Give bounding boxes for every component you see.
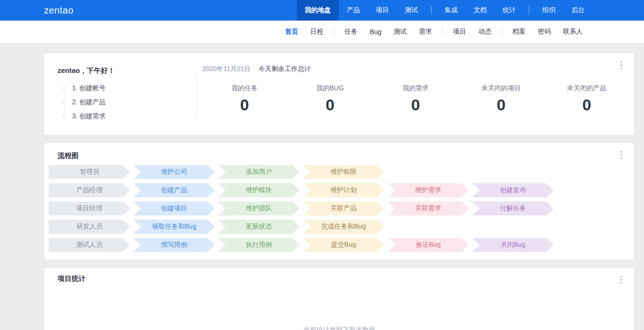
stat-my-stories[interactable]: 我的需求 0 [373, 84, 459, 113]
flow-row-tester: 测试人员 撰写用例 执行用例 提交Bug 验证Bug 关闭Bug [49, 238, 634, 252]
stat-value: 0 [373, 97, 459, 113]
date-row: 2020年11月21日 今天剩余工作总计 [202, 65, 629, 73]
nav-item-admin[interactable]: 后台 [564, 0, 593, 21]
subnav-item-test[interactable]: 测试 [388, 28, 413, 36]
subnav-item-home[interactable]: 首页 [279, 28, 304, 36]
subnav-item-bug[interactable]: Bug [364, 28, 388, 36]
stat-open-products[interactable]: 未关闭的产品 0 [544, 84, 629, 113]
stat-label: 我的任务 [202, 84, 287, 93]
flow-step[interactable]: 添加用户 [218, 165, 300, 179]
step-circle-icon [62, 115, 66, 119]
subnav-item-file[interactable]: 档案 [506, 28, 532, 36]
flow-step[interactable]: 执行用例 [218, 238, 300, 252]
subnav-item-contacts[interactable]: 联系人 [557, 28, 589, 36]
nav-item-project[interactable]: 项目 [368, 0, 397, 21]
card-menu-button[interactable] [620, 150, 623, 160]
subnav-divider [502, 28, 502, 36]
stat-value: 0 [202, 97, 287, 113]
stats-row: 我的任务 0 我的BUG 0 我的需求 0 未关闭的项目 0 未关闭的产品 0 [202, 84, 629, 113]
flow-step[interactable]: 领取任务和Bug [133, 220, 215, 234]
flow-step[interactable]: 关闭Bug [472, 238, 554, 252]
flowchart-card: 流程图 管理员 维护公司 添加用户 维护权限 产品经理 创建产品 维护模块 维护… [44, 143, 634, 260]
flow-step[interactable]: 创建项目 [133, 201, 215, 215]
subnav-item-task[interactable]: 任务 [338, 28, 364, 36]
nav-item-doc[interactable]: 文档 [466, 0, 495, 21]
step-circle-icon [62, 100, 66, 105]
stat-my-tasks[interactable]: 我的任务 0 [202, 84, 287, 113]
step-label: 1. 创建帐号 [72, 84, 106, 93]
flow-step[interactable]: 分解任务 [472, 201, 554, 215]
flow-step[interactable]: 关联产品 [303, 201, 384, 215]
nav-divider [431, 6, 432, 14]
flow-step[interactable]: 维护公司 [133, 165, 215, 179]
onboarding-steps: 1. 创建帐号 2. 创建产品 3. 创建需求 [58, 81, 197, 123]
step-create-product[interactable]: 2. 创建产品 [62, 95, 197, 109]
welcome-right-panel: 2020年11月21日 今天剩余工作总计 我的任务 0 我的BUG 0 我的需求… [197, 53, 634, 135]
stat-value: 0 [544, 97, 629, 113]
flow-step[interactable]: 研发人员 [49, 220, 130, 234]
stat-value: 0 [458, 97, 544, 113]
card-menu-button[interactable] [620, 60, 623, 70]
stat-my-bugs[interactable]: 我的BUG 0 [287, 84, 373, 113]
flow-step[interactable]: 验证Bug [388, 238, 469, 252]
subnav-divider [334, 28, 334, 36]
subnav-item-calendar[interactable]: 日程 [304, 28, 329, 36]
flow-step[interactable]: 维护团队 [218, 201, 300, 215]
nav-item-org[interactable]: 组织 [534, 0, 564, 21]
stat-label: 未关闭的产品 [544, 84, 629, 93]
nav-item-qa[interactable]: 测试 [397, 0, 426, 21]
subnav-item-story[interactable]: 需求 [413, 28, 438, 36]
top-nav-menu: 我的地盘 产品 项目 测试 集成 文档 统计 组织 后台 [297, 0, 593, 21]
summary-label: 今天剩余工作总计 [258, 65, 311, 72]
stat-open-projects[interactable]: 未关闭的项目 0 [458, 84, 544, 113]
nav-item-integration[interactable]: 集成 [437, 0, 466, 21]
flow-step[interactable]: 项目经理 [49, 201, 130, 215]
flow-step[interactable]: 维护权限 [303, 165, 384, 179]
zentao-logo[interactable]: zentao [44, 0, 73, 21]
flow-row-project-manager: 项目经理 创建项目 维护团队 关联产品 关联需求 分解任务 [49, 201, 634, 215]
step-label: 3. 创建需求 [72, 112, 106, 121]
subnav-item-password[interactable]: 密码 [532, 28, 557, 36]
step-label: 2. 创建产品 [72, 98, 106, 107]
flow-step[interactable]: 维护模块 [218, 183, 300, 197]
flow-row-product-manager: 产品经理 创建产品 维护模块 维护计划 维护需求 创建发布 [49, 183, 634, 197]
subnav-divider [442, 28, 443, 36]
sub-navbar: 首页 日程 任务 Bug 测试 需求 项目 动态 档案 密码 联系人 [0, 21, 644, 43]
card-menu-button[interactable] [620, 275, 623, 285]
nav-item-my-dashboard[interactable]: 我的地盘 [297, 0, 339, 21]
current-date: 2020年11月21日 [202, 65, 250, 72]
flow-row-developer: 研发人员 领取任务和Bug 更新状态 完成任务和Bug [49, 220, 634, 234]
card-title: 项目统计 [58, 273, 634, 284]
top-navbar: zentao 我的地盘 产品 项目 测试 集成 文档 统计 组织 后台 [0, 0, 644, 21]
flow-step[interactable]: 创建发布 [472, 183, 554, 197]
flow-step[interactable]: 关联需求 [388, 201, 469, 215]
project-stats-card: 项目统计 当前统计类型下暂无数据 [44, 268, 634, 330]
step-circle-icon [62, 86, 66, 91]
flow-rows: 管理员 维护公司 添加用户 维护权限 产品经理 创建产品 维护模块 维护计划 维… [44, 165, 634, 252]
flow-step[interactable]: 更新状态 [218, 220, 300, 234]
flow-step[interactable]: 维护计划 [303, 183, 384, 197]
step-create-account[interactable]: 1. 创建帐号 [62, 81, 197, 95]
flow-step[interactable]: 测试人员 [49, 238, 130, 252]
nav-divider [529, 6, 529, 14]
flow-step[interactable]: 管理员 [49, 165, 130, 179]
greeting-text: zentao，下午好！ [58, 66, 197, 75]
flow-step[interactable]: 维护需求 [388, 183, 469, 197]
card-title: 流程图 [58, 151, 634, 161]
stat-label: 未关闭的项目 [458, 84, 544, 93]
empty-data-message: 当前统计类型下暂无数据 [44, 326, 634, 330]
flow-step[interactable]: 产品经理 [49, 183, 130, 197]
flow-step[interactable]: 提交Bug [303, 238, 384, 252]
subnav-item-project[interactable]: 项目 [447, 28, 472, 36]
subnav-item-activity[interactable]: 动态 [472, 28, 498, 36]
stat-value: 0 [287, 97, 373, 113]
welcome-card: zentao，下午好！ 1. 创建帐号 2. 创建产品 3. 创建需求 2020… [44, 53, 634, 135]
nav-item-report[interactable]: 统计 [495, 0, 524, 21]
step-create-story[interactable]: 3. 创建需求 [62, 109, 197, 123]
flow-step[interactable]: 创建产品 [133, 183, 215, 197]
stat-label: 我的需求 [373, 84, 459, 93]
nav-item-product[interactable]: 产品 [339, 0, 368, 21]
flow-step[interactable]: 完成任务和Bug [303, 220, 384, 234]
flow-step[interactable]: 撰写用例 [133, 238, 215, 252]
stat-label: 我的BUG [287, 84, 373, 93]
